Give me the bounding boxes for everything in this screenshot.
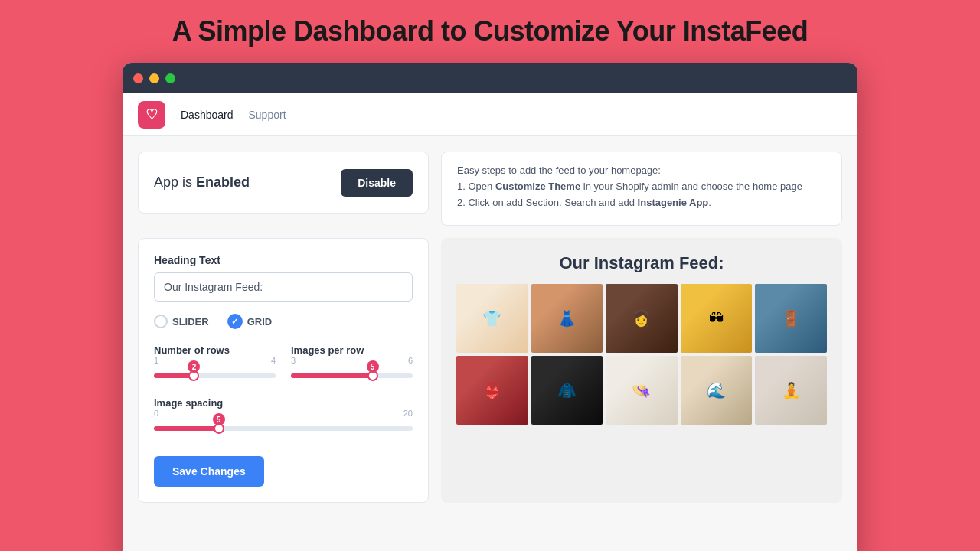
grid-image-2: 👗 (531, 284, 603, 353)
info-line2: 1. Open Customize Theme in your Shopify … (457, 181, 826, 192)
maximize-dot[interactable] (165, 73, 175, 83)
rows-label: Number of rows (154, 344, 276, 356)
status-prefix: App is (154, 174, 196, 190)
info-line3: 2. Click on add Section. Search and add … (457, 197, 826, 208)
images-per-row-label: Images per row (291, 344, 413, 356)
grid-image-8: 👒 (606, 356, 678, 425)
nav-support[interactable]: Support (249, 109, 286, 121)
images-per-row-slider-track[interactable] (291, 373, 413, 378)
grid-image-10: 🧘 (755, 356, 827, 425)
rows-slider-track-wrapper: 2 (154, 367, 276, 385)
slider-option[interactable]: SLIDER (154, 315, 209, 328)
titlebar (122, 63, 858, 93)
heading-text-input[interactable] (154, 272, 413, 302)
rows-slider-group: Number of rows 1 4 2 (154, 344, 276, 385)
content-area: App is Enabled Disable Easy steps to add… (122, 136, 858, 551)
instagram-grid: 👕 👗 👩 🕶 (456, 284, 827, 425)
slider-radio[interactable] (154, 315, 168, 328)
grid-image-4: 🕶 (681, 284, 753, 353)
navbar: ♡ Dashboard Support (122, 93, 858, 136)
info-line1: Easy steps to add the feed to your homep… (457, 165, 826, 176)
app-logo: ♡ (138, 101, 165, 129)
logo-icon: ♡ (145, 106, 158, 123)
save-button[interactable]: Save Changes (154, 456, 264, 487)
two-sliders: Number of rows 1 4 2 (154, 344, 413, 385)
heading-text-label: Heading Text (154, 254, 413, 266)
grid-image-3: 👩 (606, 284, 678, 353)
layout-options: SLIDER ✓ GRID (154, 314, 413, 329)
grid-image-5: 🚪 (755, 284, 827, 353)
images-per-row-slider-group: Images per row 3 6 5 (291, 344, 413, 385)
spacing-slider-track[interactable] (154, 426, 413, 431)
disable-button[interactable]: Disable (341, 169, 413, 197)
nav-links: Dashboard Support (181, 109, 286, 121)
spacing-slider-section: Image spacing 0 20 5 (154, 397, 413, 438)
info-box: Easy steps to add the feed to your homep… (441, 152, 842, 226)
nav-dashboard[interactable]: Dashboard (181, 109, 234, 121)
grid-option[interactable]: ✓ GRID (227, 314, 273, 329)
preview-panel: Our Instagram Feed: 👕 👗 👩 (441, 238, 842, 503)
rows-min-max: 1 4 (154, 356, 276, 365)
status-bar: App is Enabled Disable (138, 152, 429, 214)
images-per-row-value-badge: 5 (367, 360, 379, 373)
status-text: App is Enabled (154, 174, 250, 191)
grid-label: GRID (247, 316, 273, 328)
status-value: Enabled (196, 174, 250, 190)
spacing-label: Image spacing (154, 397, 413, 409)
settings-card: Heading Text SLIDER ✓ GRID (138, 238, 429, 503)
grid-image-6: 👙 (456, 356, 528, 425)
rows-value-badge: 2 (188, 360, 200, 373)
slider-label: SLIDER (172, 316, 209, 328)
images-per-row-min-max: 3 6 (291, 356, 413, 365)
images-per-row-slider-fill (291, 373, 373, 378)
spacing-slider-fill (154, 426, 219, 431)
spacing-value-badge: 5 (213, 413, 225, 425)
preview-title: Our Instagram Feed: (456, 253, 827, 273)
browser-window: ♡ Dashboard Support App is Enabled Disab… (122, 63, 858, 551)
minimize-dot[interactable] (149, 73, 159, 83)
spacing-slider-wrapper: 5 (154, 419, 413, 438)
rows-slider-track[interactable] (154, 373, 276, 378)
grid-image-9: 🌊 (681, 356, 753, 425)
grid-image-1: 👕 (456, 284, 528, 353)
close-dot[interactable] (133, 73, 143, 83)
images-per-row-slider-wrapper: 5 (291, 367, 413, 385)
grid-checkbox[interactable]: ✓ (227, 314, 243, 329)
page-title: A Simple Dashboard to Customize Your Ins… (172, 15, 808, 47)
grid-image-7: 🧥 (531, 356, 603, 425)
spacing-min-max: 0 20 (154, 409, 413, 418)
